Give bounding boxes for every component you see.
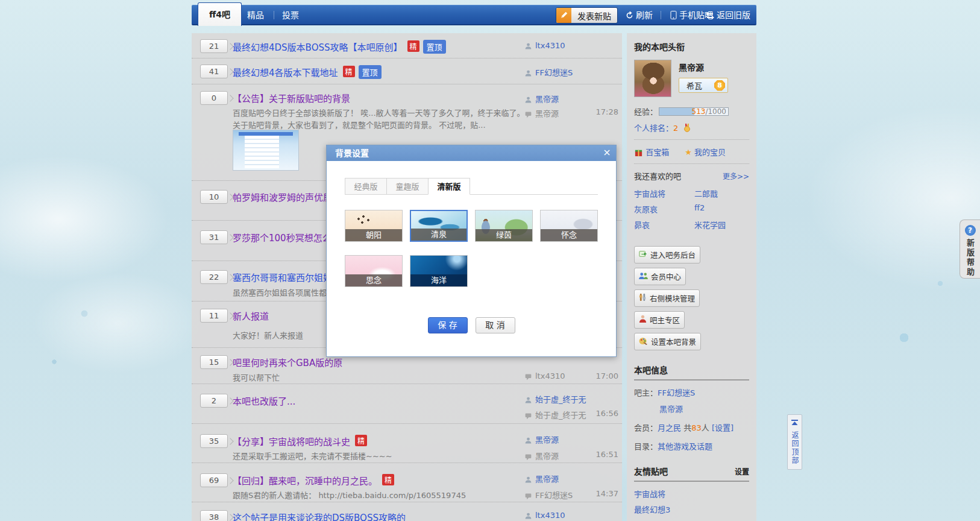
- thread-author-link[interactable]: FF幻想迷S: [535, 68, 573, 77]
- thread-title-link[interactable]: 【回归】醒来吧，沉睡中的月之民。: [233, 476, 377, 487]
- thread-title-link[interactable]: 罗莎那个100秒冥想怎么玩: [233, 233, 341, 244]
- theme-thumbnail-grid: 朝阳 清泉 绿茵 怀念 思念 海洋: [345, 210, 598, 287]
- username[interactable]: 黑帝源: [679, 61, 728, 73]
- directory-link[interactable]: 其他游戏及话题: [658, 442, 712, 451]
- theme-option-spring-selected[interactable]: 清泉: [410, 210, 468, 242]
- experience-total: /1000: [705, 107, 726, 116]
- rank-label[interactable]: 个人排名：: [634, 124, 673, 133]
- thread-title-link[interactable]: 塞西尔哥哥和塞西尔姐姐那: [233, 273, 341, 283]
- reply-bubble-icon: [524, 110, 532, 120]
- thread-title-link[interactable]: 【公告】关于新版贴吧的背景: [233, 93, 350, 104]
- post-new-thread-button[interactable]: 发表新贴: [556, 7, 618, 24]
- avatar[interactable]: [634, 60, 671, 97]
- forum-title-badge[interactable]: 希瓦 8: [679, 78, 728, 93]
- background-settings-dialog: 背景设置 × 经典版 童趣版 清新版 朝阳 清泉 绿茵 怀念 思念 海洋 保 存…: [326, 145, 617, 357]
- forum-owner-link[interactable]: FF幻想迷S: [658, 388, 695, 397]
- tab-fresh[interactable]: 清新版: [428, 178, 470, 195]
- save-button[interactable]: 保 存: [428, 317, 468, 333]
- tab-vote[interactable]: 投票: [282, 5, 299, 25]
- theme-option-sunrise[interactable]: 朝阳: [345, 210, 403, 242]
- friend-forum-link[interactable]: 最终幻想3: [634, 505, 670, 514]
- theme-option-greenfield[interactable]: 绿茵: [475, 210, 533, 242]
- forum-owner-link[interactable]: 黑帝源: [659, 405, 683, 414]
- experience-label: 经验：: [634, 106, 658, 117]
- last-reply-user: 黑帝源: [535, 452, 559, 461]
- member-manage-link[interactable]: [设置]: [712, 423, 733, 432]
- enter-arrow-icon: [639, 250, 647, 260]
- new-version-help-tab[interactable]: ? 新版帮助: [960, 219, 980, 279]
- thread-author-link[interactable]: 黑帝源: [535, 475, 559, 484]
- theme-option-missing[interactable]: 思念: [345, 255, 403, 287]
- thread-title-link[interactable]: 新人报道: [233, 311, 269, 322]
- last-reply-user: ltx4310: [535, 371, 565, 380]
- my-forum-title-header: 我的本吧头衔: [634, 40, 749, 52]
- thread-author-link[interactable]: 黑帝源: [535, 435, 559, 444]
- theme-option-ocean[interactable]: 海洋: [410, 255, 468, 287]
- liked-forum-link[interactable]: 米花学园: [694, 219, 749, 230]
- thread-row: 41 最终幻想4各版本下载地址精置顶 FF幻想迷S: [192, 58, 622, 84]
- thread-author-link[interactable]: 黑帝源: [535, 95, 559, 104]
- divider: [634, 139, 749, 140]
- post-new-thread-label: 发表新贴: [571, 10, 617, 22]
- thread-title-link[interactable]: 最终幻想4DS版本BOSS攻略【本吧原创】: [233, 42, 403, 53]
- treasure-box-link[interactable]: 百宝箱: [634, 146, 669, 157]
- reply-count-badge: 11: [200, 309, 228, 323]
- reply-count-badge: 22: [200, 270, 228, 284]
- background-style-tabs: 经典版 童趣版 清新版: [345, 178, 598, 195]
- set-forum-background-button[interactable]: 设置本吧背景: [634, 333, 701, 350]
- last-reply-user: 始于虚_终于无: [535, 411, 586, 420]
- owner-person-icon: [639, 315, 647, 325]
- thread-author-link[interactable]: 始于虚_终于无: [535, 395, 586, 404]
- thread-preview: 百度贴吧今日终于全部该换新版了！ 唉...敝人等着一天等了多久了啊，终于来临了。: [233, 107, 525, 118]
- reply-bubble-icon: [524, 373, 532, 382]
- back-to-top-button[interactable]: 返回顶部: [787, 414, 802, 470]
- thread-title-link[interactable]: 本吧也改版了...: [233, 396, 295, 407]
- my-treasure-link[interactable]: ★ 我的宝贝: [685, 146, 726, 157]
- close-icon[interactable]: ×: [602, 145, 612, 161]
- badge-name: 希瓦: [686, 80, 702, 91]
- thread-author-link[interactable]: ltx4310: [535, 41, 565, 50]
- tab-forum-name[interactable]: ff4吧: [198, 2, 242, 26]
- thread-preview: 关于贴吧背景，大家也看到了，就是整个贴吧页面的背景。 不过呢，贴...: [233, 119, 486, 130]
- liked-forum-link[interactable]: 灰原哀: [634, 203, 694, 215]
- reply-count-badge: 35: [200, 434, 228, 448]
- friend-forums-settings-link[interactable]: 设置: [735, 466, 749, 476]
- essence-badge: 精: [382, 474, 394, 485]
- thread-title-link[interactable]: 这个帖子是用来谈论我的DS版BOSS攻略的: [233, 513, 406, 521]
- liked-forums-more-link[interactable]: 更多>>: [723, 171, 749, 181]
- cancel-button[interactable]: 取 消: [476, 317, 515, 333]
- divider: [634, 163, 749, 164]
- thread-row: 21 最终幻想4DS版本BOSS攻略【本吧原创】精置顶 ltx4310: [192, 33, 622, 58]
- tab-classic[interactable]: 经典版: [345, 178, 387, 195]
- side-module-manage-button[interactable]: 右侧模块管理: [634, 289, 700, 307]
- owner-label: 吧主：: [634, 388, 658, 397]
- thread-author-link[interactable]: ltx4310: [535, 511, 565, 520]
- thread-preview: 我可以帮下忙: [233, 371, 280, 383]
- member-count: 83: [691, 423, 702, 432]
- thread-title-link[interactable]: 吧里何时再来个GBA版的原: [233, 358, 342, 368]
- member-center-button[interactable]: 会员中心: [634, 268, 686, 285]
- personal-rank-row: 个人排名：2: [634, 122, 749, 133]
- back-to-old-version-link[interactable]: 返回旧版: [706, 5, 750, 25]
- tab-featured[interactable]: 精品: [247, 5, 264, 25]
- liked-forum-link[interactable]: 昴哀: [634, 219, 694, 230]
- phone-icon: [670, 7, 677, 26]
- members-icon: [639, 272, 648, 282]
- thread-thumbnail-image[interactable]: [233, 130, 299, 171]
- refresh-button[interactable]: 刷新: [626, 5, 653, 25]
- liked-forum-link[interactable]: 宇宙战将: [634, 188, 694, 199]
- friend-forum-link[interactable]: 宇宙战将: [634, 490, 665, 499]
- thread-title-link[interactable]: 最终幻想4各版本下载地址: [233, 68, 338, 78]
- thread-title-link[interactable]: 帕罗姆和波罗姆的声优居然: [233, 192, 341, 203]
- last-reply-time: 17:00: [596, 371, 618, 380]
- thread-row: 2 本吧也改版了... 始于虚_终于无 始于虚_终于无 16:56: [192, 384, 622, 424]
- member-group-link[interactable]: 月之民: [658, 423, 681, 432]
- thread-title-link[interactable]: 【分享】宇宙战将吧的战斗史: [233, 437, 350, 447]
- forum-admin-backend-button[interactable]: 进入吧务后台: [634, 246, 700, 264]
- tab-childlike[interactable]: 童趣版: [386, 178, 429, 195]
- forum-owner-zone-button[interactable]: 吧主专区: [634, 311, 685, 329]
- theme-option-nostalgia[interactable]: 怀念: [540, 210, 598, 242]
- liked-forum-link[interactable]: ff2: [694, 203, 749, 215]
- swap-arrows-icon: [706, 7, 714, 26]
- liked-forum-link[interactable]: 二郎戬: [694, 188, 749, 199]
